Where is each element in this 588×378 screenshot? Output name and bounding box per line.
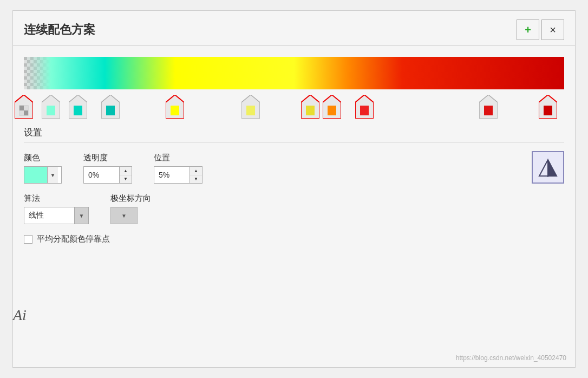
- polar-dropdown-arrow: ▼: [111, 207, 137, 224]
- gradient-bar-container: [24, 57, 564, 119]
- reflect-button[interactable]: [532, 151, 564, 184]
- svg-rect-10: [19, 110, 24, 115]
- algorithm-dropdown-arrow: ▼: [74, 207, 88, 224]
- settings-row2: 算法 线性 ▼ 极坐标方向 ▼: [24, 193, 564, 224]
- reflect-area: [532, 151, 564, 184]
- position-value: 5%: [154, 171, 190, 179]
- watermark: https://blog.csdn.net/weixin_40502470: [456, 354, 566, 362]
- dialog-title: 连续配色方案: [24, 22, 95, 38]
- svg-rect-9: [24, 106, 28, 110]
- svg-rect-17: [106, 106, 115, 115]
- color-dropdown-arrow: ▼: [47, 167, 58, 183]
- settings-title: 设置: [24, 126, 564, 139]
- opacity-value: 0%: [84, 171, 119, 179]
- color-stop-6[interactable]: [301, 95, 319, 119]
- reflect-icon: [537, 157, 559, 178]
- position-spinner-buttons: ▲ ▼: [190, 167, 202, 183]
- color-swatch: [24, 167, 47, 183]
- svg-marker-33: [548, 160, 557, 176]
- opacity-label: 透明度: [83, 153, 132, 163]
- svg-rect-11: [24, 110, 28, 115]
- distribute-checkbox[interactable]: [24, 235, 32, 244]
- color-label: 颜色: [24, 153, 62, 163]
- color-stop-3[interactable]: [101, 95, 120, 119]
- distribute-label: 平均分配颜色停靠点: [37, 234, 110, 244]
- position-spinner[interactable]: 5% ▲ ▼: [154, 166, 202, 184]
- color-stops-row: [24, 90, 564, 119]
- svg-rect-25: [328, 106, 336, 115]
- color-field-group: 颜色 ▼: [24, 153, 62, 184]
- checkbox-row: 平均分配颜色停靠点: [24, 234, 564, 244]
- svg-rect-23: [306, 106, 315, 115]
- algorithm-value: 线性: [24, 211, 74, 220]
- color-stop-9[interactable]: [479, 95, 498, 119]
- svg-rect-15: [74, 106, 82, 115]
- polar-field-group: 极坐标方向 ▼: [110, 193, 151, 224]
- close-button[interactable]: ×: [541, 19, 564, 40]
- opacity-spinner-buttons: ▲ ▼: [119, 167, 132, 183]
- svg-rect-13: [47, 106, 55, 115]
- svg-rect-27: [360, 106, 369, 115]
- svg-rect-31: [544, 106, 552, 115]
- color-stop-2[interactable]: [69, 95, 87, 119]
- position-down-button[interactable]: ▼: [190, 175, 202, 184]
- algorithm-field-group: 算法 线性 ▼: [24, 193, 89, 224]
- ai-label: Ai: [13, 307, 27, 324]
- opacity-up-button[interactable]: ▲: [120, 167, 132, 175]
- settings-divider: [24, 142, 564, 142]
- add-button[interactable]: +: [517, 19, 539, 40]
- color-stop-7[interactable]: [323, 95, 341, 119]
- svg-rect-5: [24, 57, 564, 89]
- polar-select[interactable]: ▼: [110, 207, 138, 224]
- algorithm-label: 算法: [24, 193, 89, 204]
- svg-marker-32: [539, 160, 548, 176]
- position-label: 位置: [154, 153, 202, 163]
- color-stop-5[interactable]: [241, 95, 260, 119]
- settings-section: 设置 颜色 ▼ 透明度 0% ▲ ▼: [13, 119, 575, 244]
- svg-rect-21: [246, 106, 255, 115]
- algorithm-select[interactable]: 线性 ▼: [24, 207, 89, 224]
- gradient-section: [13, 51, 575, 119]
- position-field-group: 位置 5% ▲ ▼: [154, 153, 202, 184]
- color-picker-button[interactable]: ▼: [24, 166, 62, 184]
- svg-rect-8: [19, 106, 24, 110]
- svg-rect-19: [171, 106, 179, 115]
- settings-row1: 颜色 ▼ 透明度 0% ▲ ▼ 位置: [24, 151, 564, 184]
- svg-rect-29: [484, 106, 493, 115]
- dialog-header: 连续配色方案 + ×: [13, 11, 575, 45]
- color-stop-1[interactable]: [42, 95, 60, 119]
- dialog: 连续配色方案 + ×: [12, 10, 576, 368]
- color-stop-10[interactable]: [539, 95, 557, 119]
- opacity-spinner[interactable]: 0% ▲ ▼: [83, 166, 132, 184]
- polar-label: 极坐标方向: [110, 193, 151, 204]
- position-up-button[interactable]: ▲: [190, 167, 202, 175]
- opacity-field-group: 透明度 0% ▲ ▼: [83, 153, 132, 184]
- color-stop-4[interactable]: [166, 95, 184, 119]
- header-divider: [13, 45, 575, 46]
- color-stop-0[interactable]: [15, 95, 33, 119]
- opacity-down-button[interactable]: ▼: [120, 175, 132, 184]
- color-stop-8[interactable]: [355, 95, 374, 119]
- gradient-bar: [24, 57, 564, 89]
- header-buttons: + ×: [517, 19, 564, 40]
